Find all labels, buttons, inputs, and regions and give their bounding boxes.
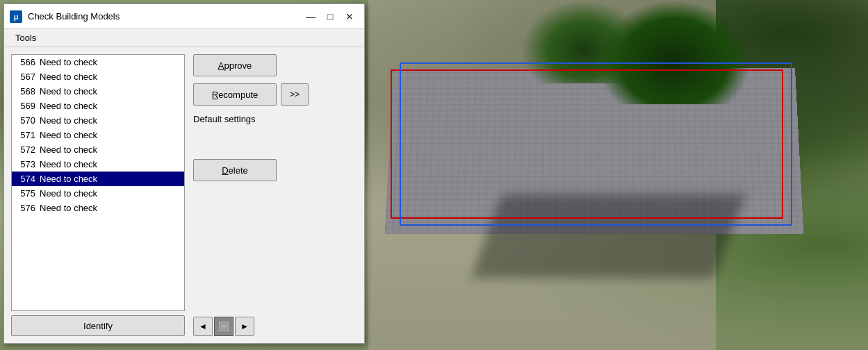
recompute-row: Recompute >> xyxy=(193,83,357,106)
list-panel: 566Need to check567Need to check568Need … xyxy=(11,54,185,336)
maximize-button[interactable]: □ xyxy=(321,9,339,24)
list-item[interactable]: 568Need to check xyxy=(12,84,184,99)
list-item[interactable]: 573Need to check xyxy=(12,157,184,172)
delete-button[interactable]: Delete xyxy=(193,159,277,181)
menu-tools[interactable]: Tools xyxy=(10,31,42,44)
preview-icon xyxy=(218,321,229,332)
navigation-controls: ◄ ► xyxy=(193,317,357,336)
item-id: 566 xyxy=(16,57,35,67)
nav-preview xyxy=(214,317,234,336)
app-icon: μ xyxy=(10,10,22,23)
item-status: Need to check xyxy=(40,130,97,140)
item-id: 570 xyxy=(16,115,35,126)
map-blue-outline xyxy=(400,62,792,226)
item-id: 567 xyxy=(16,72,35,82)
svg-rect-1 xyxy=(221,324,227,329)
item-id: 573 xyxy=(16,159,35,169)
recompute-next-button[interactable]: >> xyxy=(281,83,309,106)
list-item[interactable]: 575Need to check xyxy=(12,186,184,201)
menu-bar: Tools xyxy=(4,29,364,47)
item-id: 574 xyxy=(16,174,35,184)
item-id: 572 xyxy=(16,144,35,155)
list-item[interactable]: 566Need to check xyxy=(12,55,184,69)
list-item[interactable]: 572Need to check xyxy=(12,142,184,157)
window-title: Check Building Models xyxy=(28,11,296,22)
minimize-button[interactable]: — xyxy=(302,9,320,24)
dialog-check-building-models: μ Check Building Models — □ ✕ Tools 566N… xyxy=(3,3,365,344)
item-id: 576 xyxy=(16,203,35,213)
item-status: Need to check xyxy=(40,115,97,126)
item-status: Need to check xyxy=(40,144,97,155)
recompute-button[interactable]: Recompute xyxy=(193,83,277,106)
identify-button[interactable]: Identify xyxy=(11,315,185,336)
list-item[interactable]: 567Need to check xyxy=(12,69,184,84)
item-id: 568 xyxy=(16,86,35,97)
list-item[interactable]: 574Need to check xyxy=(12,172,184,186)
nav-prev-button[interactable]: ◄ xyxy=(193,317,213,336)
item-status: Need to check xyxy=(40,57,97,67)
list-item[interactable]: 570Need to check xyxy=(12,113,184,128)
item-status: Need to check xyxy=(40,101,97,111)
item-status: Need to check xyxy=(40,188,97,199)
approve-button[interactable]: Approve xyxy=(193,54,277,76)
item-status: Need to check xyxy=(40,72,97,82)
item-id: 571 xyxy=(16,130,35,140)
building-list[interactable]: 566Need to check567Need to check568Need … xyxy=(12,55,184,310)
item-status: Need to check xyxy=(40,203,97,213)
right-panel: Approve Recompute >> Default settings De… xyxy=(193,54,357,336)
item-id: 575 xyxy=(16,188,35,199)
list-item[interactable]: 569Need to check xyxy=(12,99,184,113)
window-controls: — □ ✕ xyxy=(302,9,359,24)
default-settings-label: Default settings xyxy=(193,114,357,124)
title-bar: μ Check Building Models — □ ✕ xyxy=(4,4,364,29)
item-status: Need to check xyxy=(40,174,97,184)
dialog-body: 566Need to check567Need to check568Need … xyxy=(4,47,364,343)
item-status: Need to check xyxy=(40,159,97,169)
item-status: Need to check xyxy=(40,86,97,97)
list-item[interactable]: 571Need to check xyxy=(12,128,184,142)
close-button[interactable]: ✕ xyxy=(341,9,359,24)
list-container: 566Need to check567Need to check568Need … xyxy=(11,54,185,311)
item-id: 569 xyxy=(16,101,35,111)
list-item[interactable]: 576Need to check xyxy=(12,201,184,215)
nav-next-button[interactable]: ► xyxy=(235,317,254,336)
